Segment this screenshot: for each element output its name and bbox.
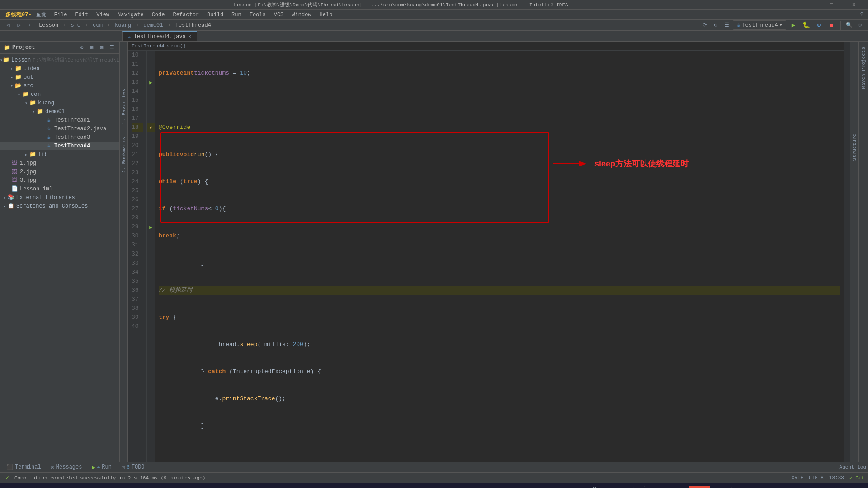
player-prev-btn[interactable]: ⏮ <box>5 486 13 488</box>
menu-edit[interactable]: Edit <box>71 11 92 19</box>
tree-item-idea[interactable]: ▸ 📁 .idea <box>0 64 119 73</box>
search-everywhere-icon[interactable]: 🔍 <box>844 21 854 30</box>
nav-kuang[interactable]: kuang <box>112 21 134 29</box>
stop-button[interactable]: ■ <box>826 20 837 31</box>
tree-item-testthread2[interactable]: ☕ TestThread2.java <box>0 124 119 133</box>
maximize-btn[interactable]: □ <box>821 0 842 10</box>
tab-close-icon[interactable]: × <box>189 34 191 39</box>
tab-testthread4[interactable]: ☕ TestThread4.java × <box>122 31 197 41</box>
run-button[interactable]: ▶ <box>788 20 799 31</box>
breadcrumb-class[interactable]: TestThread4 <box>132 43 165 49</box>
player-play-btn[interactable]: ▶ <box>16 486 21 488</box>
sidebar-icon-settings[interactable]: ☰ <box>108 43 116 52</box>
menu-tools[interactable]: Tools <box>246 11 269 19</box>
help-icon[interactable]: ? <box>858 11 866 19</box>
tree-item-lessonxml[interactable]: 📄 Lesson.iml <box>0 185 119 193</box>
run-marker-13[interactable]: ▶ <box>149 80 152 85</box>
tree-item-3jpg[interactable]: 🖼 3.jpg <box>0 176 119 185</box>
menu-chars: 鱼觉 <box>36 11 46 18</box>
code-editor[interactable]: TestThread4 › run() 10 11 12 13 14 15 16… <box>128 42 844 462</box>
status-line-col[interactable]: 18:33 <box>829 475 844 481</box>
nav-icon-forward[interactable]: ▷ <box>14 21 24 30</box>
annotation-container: sleep方法可以使线程延时 <box>553 158 689 169</box>
code-scroll-area[interactable]: 10 11 12 13 14 15 16 17 18 19 20 21 22 2… <box>128 51 844 462</box>
tab-terminal[interactable]: ⬛ Terminal <box>2 463 46 472</box>
menu-refactor[interactable]: Refactor <box>169 11 203 19</box>
tree-arrow-kuang: ▾ <box>24 100 29 106</box>
nav-testthread4[interactable]: TestThread4 <box>173 21 214 29</box>
run-marker-29[interactable]: ▶ <box>149 224 152 230</box>
tree-label-scratches: Scratches and Consoles <box>16 203 88 209</box>
nav-com[interactable]: com <box>90 21 105 29</box>
maven-label[interactable]: Maven Projects <box>860 45 867 90</box>
nav-gear-icon[interactable]: ⚙ <box>711 21 720 30</box>
nav-src[interactable]: src <box>68 21 83 29</box>
menu-file[interactable]: File <box>51 11 71 19</box>
code-content[interactable]: private int ticketNums = 10; @Override p… <box>155 51 844 462</box>
player-stop-btn[interactable]: ⏹ <box>35 486 42 488</box>
close-btn[interactable]: × <box>844 0 864 10</box>
tree-item-src[interactable]: ▾ 📂 src <box>0 81 119 90</box>
nav-demo01[interactable]: demo01 <box>141 21 165 29</box>
run-num: 4 <box>97 464 100 470</box>
run-config-dropdown[interactable]: ☕ TestThread4 ▼ <box>733 20 786 30</box>
window-controls[interactable]: ─ □ × <box>798 0 864 10</box>
run-with-coverage-button[interactable]: ⊕ <box>813 20 824 31</box>
tree-item-out[interactable]: ▸ 📁 out <box>0 73 119 81</box>
menu-code[interactable]: Code <box>148 11 169 19</box>
sidebar-tree: ▾ 📁 Lesson F:\教学\进级\Demo\代码\Thread\Lesso… <box>0 54 119 462</box>
nav-icon-back[interactable]: ◁ <box>4 21 13 30</box>
run-label: Run <box>102 464 112 470</box>
menu-lesson[interactable]: 多线程07- <box>2 10 35 19</box>
status-lf[interactable]: CRLF <box>792 475 803 481</box>
debug-button[interactable]: 🐛 <box>801 20 811 31</box>
img-icon-2jpg: 🖼 <box>11 168 18 175</box>
status-encoding[interactable]: UTF-8 <box>809 475 824 481</box>
tree-item-kuang[interactable]: ▾ 📁 kuang <box>0 99 119 107</box>
tab-run[interactable]: ▶ 4 Run <box>87 463 116 472</box>
settings-icon[interactable]: ⚙ <box>855 21 864 30</box>
menu-run[interactable]: Run <box>228 11 245 19</box>
sidebar-header: 📁 Project ⚙ ⊞ ⊟ ☰ <box>0 42 119 54</box>
tree-item-testthread4[interactable]: ☕ TestThread4 <box>0 142 119 150</box>
tree-item-lesson[interactable]: ▾ 📁 Lesson F:\教学\进级\Demo\代码\Thread\Lesso… <box>0 56 119 64</box>
structure-label[interactable]: Structure <box>851 132 858 162</box>
menu-vcs[interactable]: VCS <box>270 11 288 19</box>
java-icon-tt1: ☕ <box>45 117 52 123</box>
folder-icon-com: 📁 <box>22 91 29 98</box>
menu-window[interactable]: Window <box>288 11 315 19</box>
player-send-btn[interactable]: 发送 <box>689 486 710 488</box>
tree-item-com[interactable]: ▾ 📁 com <box>0 90 119 99</box>
sidebar-icon-expand[interactable]: ⊞ <box>88 43 96 52</box>
menu-help[interactable]: Help <box>316 11 336 19</box>
tree-item-1jpg[interactable]: 🖼 1.jpg <box>0 159 119 167</box>
breadcrumb-method[interactable]: run() <box>171 43 186 49</box>
favorites-1-label[interactable]: 1: Favorites <box>120 87 127 126</box>
code-line-23: } <box>159 422 840 431</box>
player-resolution[interactable]: 1080P 高清 <box>609 486 645 488</box>
tree-item-extlibs[interactable]: ▸ 📚 External Libraries <box>0 193 119 202</box>
menu-view[interactable]: View <box>93 11 113 19</box>
tab-label: TestThread4.java <box>134 33 186 40</box>
event-log-link[interactable]: Agent Log <box>840 464 866 470</box>
tab-messages[interactable]: ✉ Messages <box>47 463 87 472</box>
nav-lesson[interactable]: Lesson <box>36 21 61 29</box>
tree-item-scratches[interactable]: ▸ 📋 Scratches and Consoles <box>0 202 119 210</box>
menu-navigate[interactable]: Navigate <box>114 11 147 19</box>
player-next-btn[interactable]: ⏭ <box>24 486 32 488</box>
nav-icon-recent[interactable]: ↓ <box>25 21 34 30</box>
menu-build[interactable]: Build <box>203 11 227 19</box>
status-git[interactable]: ✓ Git <box>849 475 864 481</box>
favorites-2-label[interactable]: 2: Bookmarks <box>120 135 127 175</box>
tree-item-testthread1[interactable]: ☕ TestThread1 <box>0 116 119 124</box>
minimize-btn[interactable]: ─ <box>798 0 819 10</box>
nav-sync-icon[interactable]: ⟳ <box>700 21 709 30</box>
sidebar-icon-gear[interactable]: ⚙ <box>78 43 86 52</box>
tree-item-2jpg[interactable]: 🖼 2.jpg <box>0 167 119 176</box>
tab-todo[interactable]: ☑ 6 TODO <box>117 463 149 472</box>
tree-item-lib[interactable]: ▸ 📁 lib <box>0 150 119 159</box>
tree-item-demo01[interactable]: ▾ 📁 demo01 <box>0 107 119 116</box>
tree-item-testthread3[interactable]: ☕ TestThread3 <box>0 133 119 142</box>
nav-cog-icon[interactable]: ☰ <box>722 21 731 30</box>
sidebar-icon-collapse[interactable]: ⊟ <box>98 43 106 52</box>
